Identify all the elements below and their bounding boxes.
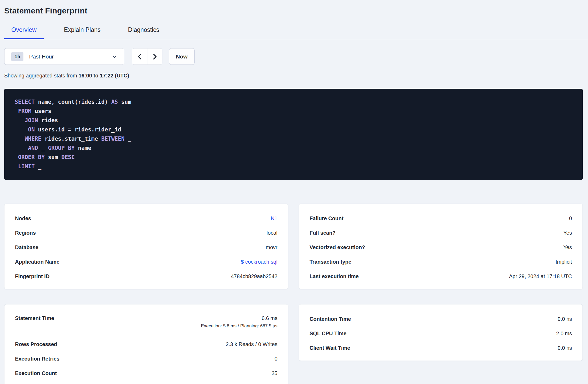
sql-keyword: FROM (18, 108, 32, 114)
sql-keyword: ORDER BY (18, 154, 45, 160)
execution-attributes-card: Failure Count0Full scan?YesVectorized ex… (299, 204, 583, 289)
sql-text (15, 108, 18, 114)
row-value: 2.0 ms (556, 331, 572, 337)
overview-details-card: NodesN1RegionslocalDatabasemovrApplicati… (4, 204, 288, 289)
row-value: 0.0 ns (558, 345, 572, 351)
summary-cards: NodesN1RegionslocalDatabasemovrApplicati… (4, 204, 583, 384)
sql-keyword: AND (28, 145, 38, 151)
sql-keyword: ON (28, 126, 35, 133)
row-label: Regions (15, 230, 36, 236)
sql-text: name, count(rides.id) (35, 99, 111, 105)
sql-keyword: BETWEEN (101, 136, 125, 142)
row-value-text: 4784cb829aab2542 (231, 273, 277, 279)
row-label: Contention Time (310, 316, 351, 322)
card-row: Full scan?Yes (310, 226, 572, 240)
sql-text: rides (38, 117, 58, 124)
time-range-label: Past Hour (29, 53, 112, 60)
tab-overview[interactable]: Overview (4, 26, 44, 39)
row-value: 0 (569, 215, 572, 221)
sql-keyword: WHERE (25, 136, 41, 142)
tab-bar: OverviewExplain PlansDiagnostics (4, 26, 583, 39)
sql-statement-box: SELECT name, count(rides.id) AS sum FROM… (4, 89, 583, 180)
row-label: Rows Processed (15, 341, 57, 347)
sql-text: rides.start_time (41, 136, 101, 142)
row-label: Failure Count (310, 215, 343, 221)
row-value: Implicit (556, 259, 572, 265)
sql-text: users.id = rides.rider_id (35, 126, 121, 133)
aggregated-stats-line: Showing aggregated stats from 16:00 to 1… (4, 73, 583, 79)
row-value-text: 0 (275, 356, 277, 362)
row-label: Execution Count (15, 370, 57, 376)
sql-text: users (31, 108, 51, 114)
row-value: Yes (563, 230, 572, 236)
row-value: Apr 29, 2024 at 17:18 UTC (509, 273, 572, 279)
row-value-link[interactable]: N1 (271, 215, 277, 221)
card-row: Databasemovr (15, 240, 277, 255)
row-value-text: 2.0 ms (556, 331, 572, 336)
row-value-text: Yes (563, 244, 572, 250)
row-value: movr (266, 244, 277, 250)
aggregated-stats-range: 16:00 to 17:22 (UTC) (78, 73, 129, 78)
card-row: Rows Processed2.3 k Reads / 0 Writes (15, 337, 277, 352)
row-value-text: 6.6 ms (262, 315, 277, 321)
row-value-link[interactable]: $ cockroach sql (241, 259, 277, 265)
card-row: Contention Time0.0 ns (310, 312, 572, 326)
row-value-text: 0.0 ns (558, 345, 572, 351)
sql-text (15, 136, 25, 142)
row-value-text: 0 (569, 215, 572, 221)
sql-keyword: DESC (61, 154, 75, 160)
sql-keyword: AS (111, 99, 118, 105)
tabs: OverviewExplain PlansDiagnostics (4, 26, 583, 39)
row-value-subtext: Execution: 5.8 ms / Planning: 687.5 µs (201, 323, 277, 329)
sql-text (15, 163, 18, 170)
row-value: 6.6 msExecution: 5.8 ms / Planning: 687.… (201, 315, 277, 329)
card-row: NodesN1 (15, 211, 277, 226)
row-label: Application Name (15, 259, 59, 265)
row-label: SQL CPU Time (310, 331, 346, 337)
sql-statement-text: SELECT name, count(rides.id) AS sum FROM… (15, 97, 572, 171)
wait-time-card: Contention Time0.0 nsSQL CPU Time2.0 msC… (299, 304, 583, 361)
row-label: Client Wait Time (310, 345, 350, 351)
card-row: Application Name$ cockroach sql (15, 255, 277, 269)
statement-timing-card: Statement Time6.6 msExecution: 5.8 ms / … (4, 304, 288, 384)
row-label: Vectorized execution? (310, 244, 365, 250)
card-row: Execution Count25 (15, 366, 277, 381)
row-value-text: movr (266, 244, 277, 250)
card-row: Transaction typeImplicit (310, 255, 572, 269)
row-value: 2.3 k Reads / 0 Writes (226, 341, 277, 347)
tab-diagnostics[interactable]: Diagnostics (121, 26, 166, 39)
sql-text: sum (45, 154, 61, 160)
row-value: local (267, 230, 277, 236)
page-title: Statement Fingerprint (4, 0, 583, 15)
row-label: Last execution time (310, 273, 359, 279)
card-row: Last execution timeApr 29, 2024 at 17:18… (310, 269, 572, 284)
time-range-badge: 1h (11, 52, 23, 61)
sql-keyword: LIMIT (18, 163, 35, 170)
row-value: 0 (275, 356, 277, 362)
row-label: Statement Time (15, 315, 54, 321)
card-row: Regionslocal (15, 226, 277, 240)
now-button[interactable]: Now (169, 48, 195, 65)
sql-keyword: GROUP BY (48, 145, 74, 151)
next-time-range-button[interactable] (147, 48, 162, 65)
tab-explain-plans[interactable]: Explain Plans (57, 26, 108, 39)
previous-time-range-button[interactable] (132, 48, 147, 65)
statement-fingerprint-page: Statement Fingerprint OverviewExplain Pl… (0, 0, 588, 384)
sql-text (15, 117, 25, 124)
sql-text: _ (35, 163, 41, 170)
chevron-right-icon (151, 53, 158, 60)
time-range-dropdown[interactable]: 1h Past Hour (4, 48, 124, 65)
row-value-text: 25 (272, 370, 277, 376)
row-value-text: Yes (563, 230, 572, 236)
card-row: SQL CPU Time2.0 ms (310, 326, 572, 341)
row-label: Database (15, 244, 38, 250)
time-controls: 1h Past Hour Now (4, 48, 583, 65)
row-label: Transaction type (310, 259, 351, 265)
row-label: Fingerprint ID (15, 273, 49, 279)
sql-keyword: JOIN (25, 117, 38, 124)
row-label: Full scan? (310, 230, 336, 236)
sql-text: sum (118, 99, 131, 105)
row-value-text: 2.3 k Reads / 0 Writes (226, 341, 277, 347)
sql-text: _ (124, 136, 131, 142)
row-value-text: Apr 29, 2024 at 17:18 UTC (509, 273, 572, 279)
